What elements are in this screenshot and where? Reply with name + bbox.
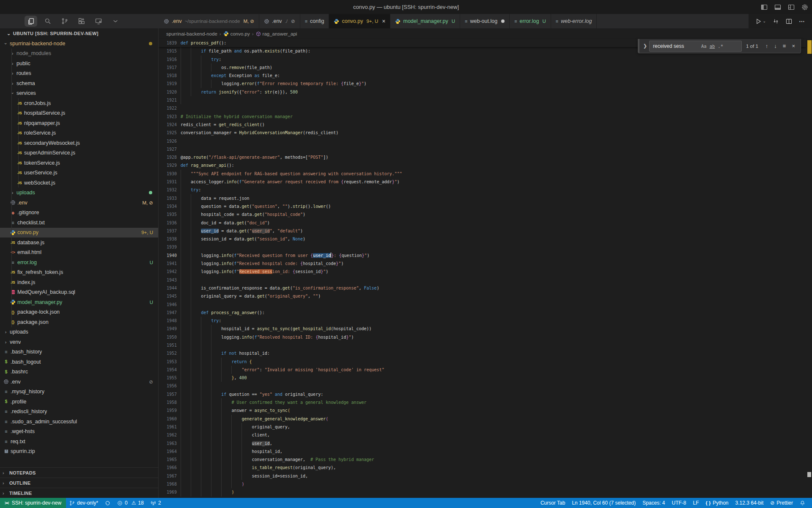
section-notepads[interactable]: ›NOTEPADS — [0, 467, 158, 478]
tree-item-node_modules[interactable]: ›node_modules — [0, 49, 158, 59]
search-icon[interactable] — [41, 16, 54, 27]
tree-item-uploads[interactable]: ›uploads — [0, 327, 158, 337]
status-python-interpreter[interactable]: 3.12.3 64-bit — [732, 498, 767, 508]
tree-item-req.txt[interactable]: ≡req.txt — [0, 436, 158, 447]
breadcrumb-item[interactable]: rag_answer_api — [256, 31, 297, 36]
regex-icon[interactable]: .* — [718, 44, 723, 49]
tab-web-out.log[interactable]: ≡web-out.log — [460, 14, 510, 28]
tree-item-webSocket.js[interactable]: JSwebSocket.js — [0, 178, 158, 188]
layout-customize-icon[interactable] — [787, 3, 795, 11]
explorer-section-header[interactable]: ⌄ UBUNTU [SSH: SPURRIN-DEV-NEW] — [0, 28, 158, 39]
views-more-icon[interactable] — [109, 16, 122, 27]
match-case-icon[interactable]: Aa — [701, 44, 707, 49]
tab-config[interactable]: ≡config — [300, 14, 329, 28]
layout-sidebar-icon[interactable] — [760, 3, 768, 11]
tree-item-convo.py[interactable]: convo.py9+, U — [0, 228, 158, 238]
find-input[interactable] — [652, 43, 698, 50]
status-ports[interactable]: 2 — [147, 498, 165, 508]
whole-word-icon[interactable]: ab — [710, 44, 715, 49]
tree-item-userService.js[interactable]: JSuserService.js — [0, 168, 158, 178]
remote-explorer-icon[interactable] — [92, 16, 105, 27]
source-control-icon[interactable] — [58, 16, 71, 27]
files-icon[interactable] — [25, 16, 37, 27]
tree-item-nlpqamapper.js[interactable]: JSnlpqamapper.js — [0, 118, 158, 128]
tab-.env[interactable]: .env./⊘ — [259, 14, 300, 28]
tab-model_manager.py[interactable]: model_manager.pyU — [390, 14, 460, 28]
breadcrumb-item[interactable]: convo.py — [223, 31, 250, 36]
find-previous-button[interactable]: ↑ — [763, 43, 771, 49]
status-sync[interactable] — [102, 498, 114, 508]
tree-item-.bash_logout[interactable]: $.bash_logout — [0, 357, 158, 367]
overview-ruler[interactable] — [806, 39, 812, 498]
tree-item-.profile[interactable]: $.profile — [0, 397, 158, 407]
tree-item-.bashrc[interactable]: $.bashrc — [0, 367, 158, 377]
status-remote[interactable]: ><SSH: spurrin-dev-new — [0, 498, 66, 508]
tree-item-routes[interactable]: ›routes — [0, 69, 158, 79]
status-language-mode[interactable]: { }Python — [702, 498, 732, 508]
run-python-file-icon[interactable]: ⌄ — [755, 18, 766, 25]
tab-close-icon[interactable]: × — [382, 18, 385, 24]
tree-item-index.js[interactable]: JSindex.js — [0, 277, 158, 287]
split-editor-icon[interactable] — [786, 18, 792, 25]
tree-item-.bash_history[interactable]: ≡.bash_history — [0, 347, 158, 357]
tree-item-error.log[interactable]: ≡error.logU — [0, 257, 158, 268]
find-close-button[interactable]: × — [789, 43, 798, 49]
find-next-button[interactable]: ↓ — [771, 43, 780, 49]
tree-item-uploads[interactable]: ›uploads — [0, 188, 158, 198]
tree-item-.rediscli_history[interactable]: ≡.rediscli_history — [0, 407, 158, 417]
tree-item-.gitignore[interactable]: ◆.gitignore — [0, 208, 158, 218]
tree-item-package.json[interactable]: {}package.json — [0, 317, 158, 327]
tree-item-superAdminService.js[interactable]: JSsuperAdminService.js — [0, 148, 158, 158]
status-prettier[interactable]: ⊘Prettier — [767, 498, 796, 508]
breadcrumb-item[interactable]: spurrinai-backend-node — [166, 31, 217, 36]
tree-item-secondaryWebsocket.js[interactable]: JSsecondaryWebsocket.js — [0, 138, 158, 148]
tree-item-package-lock.json[interactable]: {}package-lock.json — [0, 307, 158, 318]
status-indentation[interactable]: Spaces: 4 — [639, 498, 668, 508]
tree-item-.env[interactable]: .envM, ⊘ — [0, 198, 158, 208]
settings-gear-icon[interactable] — [801, 3, 809, 11]
layout-panel-icon[interactable] — [774, 3, 782, 11]
tree-item-tokenService.js[interactable]: JStokenService.js — [0, 158, 158, 168]
tree-item-checklist.txt[interactable]: ≡checklist.txt — [0, 218, 158, 228]
tree-item-model_manager.py[interactable]: model_manager.pyU — [0, 297, 158, 307]
tab-convo.py[interactable]: convo.py9+, U× — [329, 14, 390, 28]
tree-item-.env[interactable]: .env⊘ — [0, 377, 158, 387]
status-cursor-tab[interactable]: Cursor Tab — [537, 498, 568, 508]
tree-item-email.html[interactable]: <>email.html — [0, 248, 158, 258]
tree-item-MedQueryAI_backup.sql[interactable]: MedQueryAI_backup.sql — [0, 287, 158, 298]
tree-item-fix_refresh_token.js[interactable]: JSfix_refresh_token.js — [0, 268, 158, 278]
more-actions-icon[interactable]: ⋯ — [799, 18, 805, 25]
tree-item-hospitalService.js[interactable]: JShospitalService.js — [0, 108, 158, 119]
find-widget-sash[interactable] — [638, 39, 639, 53]
tree-item-services[interactable]: ›services — [0, 88, 158, 99]
section-timeline[interactable]: ›TIMELINE — [0, 488, 158, 498]
tree-item-venv[interactable]: ›venv — [0, 337, 158, 347]
tab-.env[interactable]: .env~/spurrinai-backend-nodeM, ⊘ — [159, 14, 259, 28]
tree-item-spurrin.zip[interactable]: spurrin.zip — [0, 447, 158, 457]
open-changes-icon[interactable] — [773, 18, 779, 25]
status-eol[interactable]: LF — [690, 498, 702, 508]
toggle-replace-chevron-icon[interactable]: ❯ — [641, 43, 649, 49]
tree-item-spurrinai-backend-node[interactable]: ›spurrinai-backend-node — [0, 39, 158, 49]
indent-guide — [211, 406, 211, 414]
tree-item-.wget-hsts[interactable]: ≡.wget-hsts — [0, 427, 158, 437]
status-selection-info[interactable]: Ln 1940, Col 60 (7 selected) — [568, 498, 639, 508]
status-problems[interactable]: 0⚠18 — [114, 498, 147, 508]
tab-error.log[interactable]: ≡error.logU — [510, 14, 551, 28]
tree-item-.mysql_history[interactable]: ≡.mysql_history — [0, 387, 158, 397]
indent-guide — [211, 431, 211, 439]
tree-item-public[interactable]: ›public — [0, 58, 158, 69]
status-notifications[interactable] — [796, 498, 809, 508]
tab-web-error.log[interactable]: ≡web-error.log — [551, 14, 597, 28]
tree-item-roleService.js[interactable]: JSroleService.js — [0, 128, 158, 138]
status-branch[interactable]: dev-only* — [66, 498, 102, 508]
extensions-icon[interactable] — [75, 16, 88, 27]
tree-item-cronJobs.js[interactable]: JScronJobs.js — [0, 98, 158, 108]
code-editor[interactable]: 1839def process_pdf(): 1915 if file_path… — [159, 39, 806, 498]
tree-item-schema[interactable]: ›schema — [0, 78, 158, 88]
find-in-selection-button[interactable]: ≡ — [780, 43, 789, 49]
tree-item-database.js[interactable]: JSdatabase.js — [0, 237, 158, 248]
status-encoding[interactable]: UTF-8 — [669, 498, 690, 508]
tree-item-.sudo_as_admin_successful[interactable]: ≡.sudo_as_admin_successful — [0, 417, 158, 427]
section-outline[interactable]: ›OUTLINE — [0, 478, 158, 488]
